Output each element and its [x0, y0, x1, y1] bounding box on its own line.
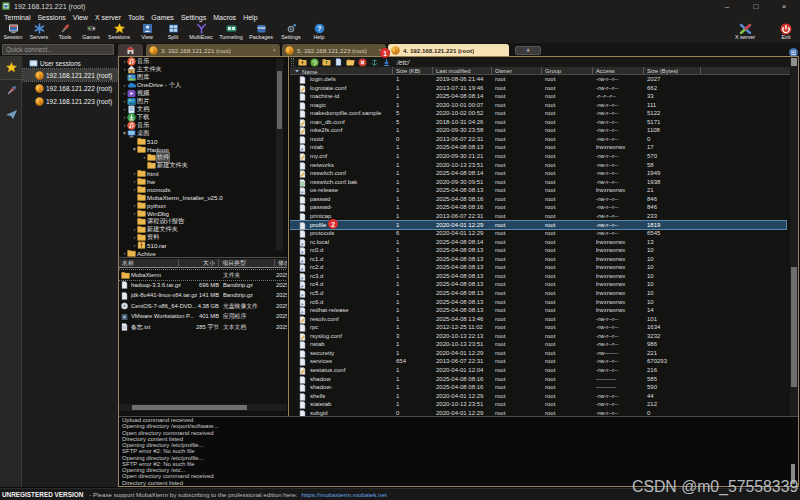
sftp-file-row[interactable]: services6542013-06-07 22:31rootroot-rw-r… — [290, 357, 786, 366]
menu-terminal[interactable]: Terminal — [4, 14, 30, 21]
menu-x-server[interactable]: X server — [95, 14, 121, 21]
scrollbar-thumb[interactable] — [277, 71, 282, 129]
local-column-header[interactable]: 修改日期 — [276, 259, 287, 268]
sftp-file-row[interactable]: resolv.conf12025-04-08 13:46rootroot-rw-… — [290, 315, 786, 324]
sftp-file-row[interactable]: os-release12025-04-08 08:13rootrootlrwxr… — [290, 186, 786, 195]
local-column-header[interactable]: 项目类型 — [220, 259, 275, 268]
tree-item[interactable]: MobaXterm_Installer_v25.0 — [119, 193, 287, 201]
toolbar-button-games[interactable]: Games — [78, 22, 104, 43]
user-sessions-root[interactable]: User sessions — [25, 58, 118, 68]
sftp-column-header[interactable]: Size (KB) — [394, 67, 433, 75]
sftp-file-row[interactable]: shells12020-04-01 12:29rootroot-rw-r--r-… — [290, 392, 786, 401]
sftp-file-row[interactable]: protocols62020-04-01 12:29rootroot-rw-r-… — [290, 229, 786, 238]
sftp-column-header[interactable]: Access — [594, 67, 644, 75]
local-column-header[interactable]: 大小 — [179, 259, 219, 268]
sftp-path-field[interactable]: /etc/ — [397, 59, 409, 66]
sftp-file-row[interactable]: shadow12025-04-08 08:16rootroot---------… — [290, 375, 786, 384]
tree-vertical-scrollbar[interactable] — [276, 59, 283, 251]
toolbar-button-x-server[interactable]: X server — [728, 22, 762, 43]
maximize-button[interactable]: □ — [745, 0, 767, 12]
scrollbar-thumb[interactable] — [132, 405, 247, 410]
sftp-file-row[interactable]: networks12020-10-13 23:51rootroot-rw-r--… — [290, 161, 786, 170]
toolbar-button-split[interactable]: Split — [160, 22, 186, 43]
sftp-tool-newfile-icon[interactable] — [332, 57, 344, 67]
macros-plane-button[interactable] — [0, 104, 22, 128]
tree-item[interactable]: ›hw — [119, 177, 287, 185]
sftp-file-row[interactable]: nsswitch.conf12025-04-08 08:14rootroot-r… — [290, 169, 786, 178]
sftp-vertical-scrollbar[interactable] — [790, 57, 798, 417]
toolbar-button-packages[interactable]: Packages — [246, 22, 276, 43]
quick-connect-input[interactable] — [2, 44, 114, 55]
scrollbar-thumb[interactable] — [791, 267, 797, 387]
sftp-tool-openfolder-icon[interactable] — [344, 57, 356, 67]
tree-item[interactable]: ›WinDbg — [119, 209, 287, 217]
sftp-file-row[interactable]: mtab12025-04-08 08:13rootrootlrwxrwxrwx1… — [290, 143, 786, 152]
tree-item[interactable]: ▾Hadoop — [119, 145, 287, 153]
sftp-file-row[interactable]: logrotate.conf12013-07-31 19:46rootroot-… — [290, 84, 786, 93]
sftp-file-row[interactable]: redhat-release12025-04-08 08:13rootrootl… — [290, 306, 786, 315]
sftp-file-row[interactable]: makedumpfile.conf.sample52020-10-02 00:5… — [290, 109, 786, 118]
log-vertical-scrollbar[interactable] — [790, 419, 796, 484]
local-file-row[interactable]: 备忘.txt285 字节文本文档2025 — [119, 322, 287, 332]
sftp-tool-delete-icon[interactable] — [356, 57, 368, 67]
sftp-column-header[interactable]: Group — [543, 67, 593, 75]
sftp-file-row[interactable]: rc2.d12025-04-08 08:13rootrootlrwxrwxrwx… — [290, 263, 786, 272]
sftp-column-header[interactable]: Name — [290, 67, 393, 75]
toolbar-button-sessions[interactable]: Sessions — [104, 22, 134, 43]
sftp-file-row[interactable]: profile12020-04-01 12:29rootroot-rw-r--r… — [290, 221, 786, 230]
menu-sessions[interactable]: Sessions — [37, 14, 65, 21]
sftp-file-row[interactable]: rc1.d12025-04-08 08:13rootrootlrwxrwxrwx… — [290, 255, 786, 264]
session-item[interactable]: 192.168.121.221 (root) — [23, 69, 118, 81]
scrollbar-up-button[interactable] — [791, 58, 797, 66]
sftp-file-row[interactable]: rc6.d12025-04-08 08:13rootrootlrwxrwxrwx… — [290, 298, 786, 307]
sftp-column-header[interactable]: Last modified — [434, 67, 492, 75]
sftp-file-row[interactable]: rc5.d12025-04-08 08:13rootrootlrwxrwxrwx… — [290, 289, 786, 298]
menu-settings[interactable]: Settings — [181, 14, 206, 21]
sftp-file-row[interactable]: rc0.d12025-04-08 08:13rootrootlrwxrwxrwx… — [290, 246, 786, 255]
tree-item[interactable]: 510 — [119, 137, 287, 145]
local-file-row[interactable]: VMware Workstation P...401 MB应用程序2025 — [119, 311, 287, 321]
sftp-tool-upload-icon[interactable] — [320, 57, 332, 67]
toolbar-button-session[interactable]: Session — [0, 22, 26, 43]
toolbar-button-settings[interactable]: Settings — [276, 22, 306, 43]
sftp-file-row[interactable]: passwd12025-04-08 08:16rootroot-rw-r--r-… — [290, 195, 786, 204]
local-file-row[interactable]: hadoop-3.3.6.tar.gz696 MBBandizip.gz2025 — [119, 280, 287, 290]
menu-help[interactable]: Help — [243, 14, 257, 21]
sftp-file-row[interactable]: mke2fs.conf12020-09-30 23:58rootroot-rw-… — [290, 126, 786, 135]
sftp-file-row[interactable]: rpc12012-12-25 11:02rootroot-rw-r--r--16… — [290, 323, 786, 332]
tab-list-icon[interactable] — [788, 44, 799, 55]
panel-splitter[interactable] — [288, 57, 289, 417]
tree-item[interactable]: 课程设计报告 — [119, 217, 287, 225]
sftp-file-row[interactable]: rwtab12020-10-13 23:51rootroot-rw-r--r--… — [290, 340, 786, 349]
sftp-file-row[interactable]: securetty12020-04-01 12:29rootroot-rw---… — [290, 349, 786, 358]
menu-games[interactable]: Games — [151, 14, 174, 21]
sftp-tool-anchor-icon[interactable] — [368, 57, 380, 67]
tree-item[interactable]: ›资料 — [119, 233, 287, 241]
tools-rocket-button[interactable] — [0, 80, 22, 104]
sftp-tool-download-icon[interactable] — [380, 57, 392, 67]
sftp-file-row[interactable]: printcap12013-06-07 22:31rootroot-rw-r--… — [290, 212, 786, 221]
local-file-row[interactable]: MobaXterm文件夹2025 — [119, 270, 287, 280]
toolbar-button-multiexec[interactable]: MultiExec — [186, 22, 216, 43]
tree-item[interactable]: ›新建文件夹 — [119, 225, 287, 233]
tree-item[interactable]: ›软件 — [119, 153, 287, 161]
sftp-column-header[interactable]: Size (Bytes) — [645, 67, 701, 75]
mobatek-link[interactable]: https://mobaxterm.mobatek.net — [301, 491, 386, 498]
minimize-button[interactable]: – — [716, 0, 738, 12]
sftp-file-row[interactable]: sestatus.conf12020-04-01 12:04rootroot-r… — [290, 366, 786, 375]
sftp-file-row[interactable]: my.cnf12020-09-30 21:21rootroot-rw-r--r-… — [290, 152, 786, 161]
sessions-star-button[interactable] — [0, 56, 22, 80]
tree-item[interactable]: ▾桌面 — [119, 129, 287, 137]
local-horizontal-scrollbar[interactable] — [119, 404, 287, 411]
toolbar-button-view[interactable]: View — [134, 22, 160, 43]
toolbar-button-help[interactable]: ?Help — [306, 22, 332, 43]
tree-item[interactable]: ›mcmods — [119, 185, 287, 193]
sftp-tool-refresh-icon[interactable] — [308, 57, 320, 67]
sftp-file-row[interactable]: statetab12020-10-13 23:51rootroot-rw-r--… — [290, 400, 786, 409]
sftp-file-row[interactable]: rc4.d12025-04-08 08:13rootrootlrwxrwxrwx… — [290, 280, 786, 289]
tab-close-icon[interactable]: × — [272, 47, 280, 53]
sftp-file-row[interactable]: passwd-12025-04-08 08:16rootroot-rw-r--r… — [290, 203, 786, 212]
toolbar-button-servers[interactable]: Servers — [26, 22, 52, 43]
new-tab-button[interactable]: + — [515, 46, 541, 55]
toolbar-button-tools[interactable]: Tools — [52, 22, 78, 43]
